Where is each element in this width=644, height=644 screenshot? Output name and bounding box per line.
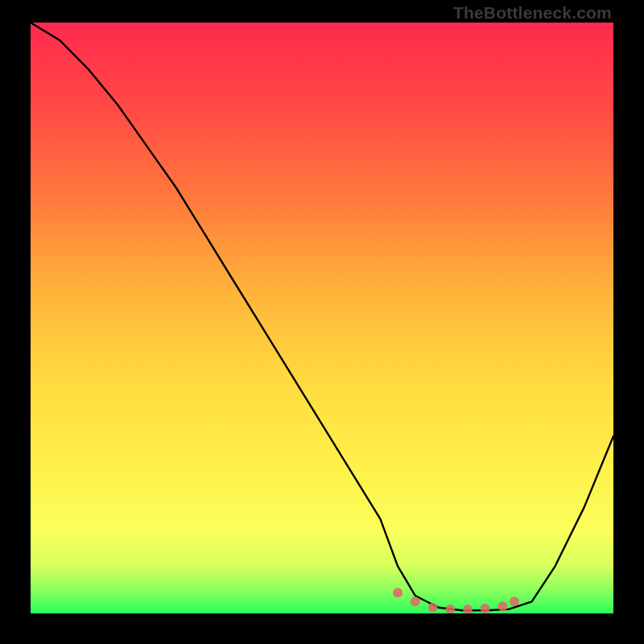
marker-dot [497, 601, 507, 611]
marker-dot [428, 603, 438, 613]
plot-area [31, 23, 613, 613]
watermark-text: TheBottleneck.com [453, 3, 612, 23]
bottleneck-curve [31, 23, 613, 610]
marker-dot [481, 604, 490, 613]
chart-frame: TheBottleneck.com [0, 0, 644, 644]
marker-dot [445, 605, 455, 613]
marker-dot [463, 605, 473, 613]
marker-dot [510, 597, 519, 606]
marker-dot [393, 588, 402, 597]
curve-svg [31, 23, 613, 613]
marker-dot [411, 597, 420, 606]
